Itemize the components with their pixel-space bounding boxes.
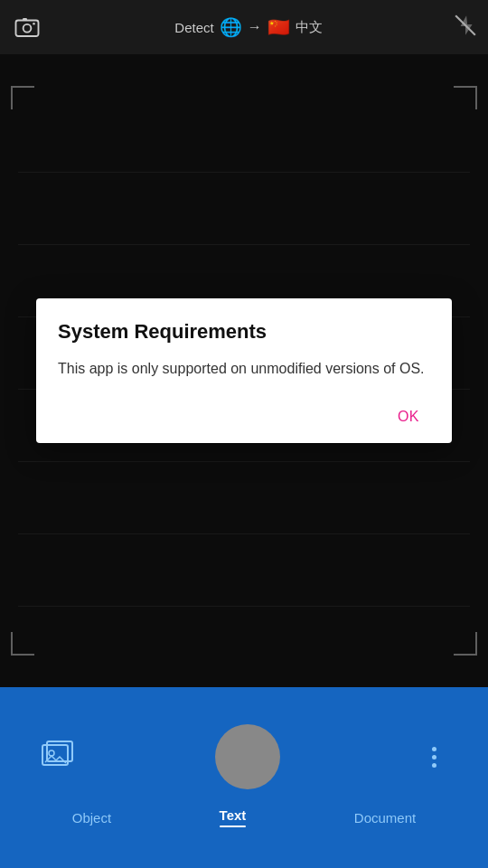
tab-document[interactable]: Document <box>340 807 430 829</box>
dialog-body: This app is only supported on unmodified… <box>58 358 430 380</box>
shutter-button[interactable] <box>215 724 280 789</box>
dialog-title: System Requirements <box>58 320 430 344</box>
globe-icon: 🌐 <box>220 16 242 38</box>
dot-1 <box>432 747 436 751</box>
svg-rect-2 <box>23 18 27 21</box>
tab-text-label: Text <box>220 807 247 823</box>
bottom-bar: Object Text Document <box>0 687 488 868</box>
china-flag-icon: 🇨🇳 <box>267 16 290 38</box>
tab-object[interactable]: Object <box>58 807 126 829</box>
tab-object-label: Object <box>72 810 111 826</box>
top-bar: Detect 🌐 → 🇨🇳 中文 <box>0 0 488 54</box>
top-bar-left <box>11 11 43 43</box>
camera-viewfinder: System Requirements This app is only sup… <box>0 54 488 687</box>
svg-rect-0 <box>16 21 39 37</box>
detect-label: Detect <box>174 20 213 35</box>
dot-2 <box>432 755 436 760</box>
dialog-ok-button[interactable]: OK <box>387 401 430 432</box>
dialog-overlay: System Requirements This app is only sup… <box>0 54 488 687</box>
more-options-button[interactable] <box>416 739 452 775</box>
bottom-tabs: Object Text Document <box>0 804 488 831</box>
svg-point-1 <box>23 24 32 33</box>
tab-text[interactable]: Text <box>205 804 261 831</box>
dot-3 <box>432 763 436 768</box>
top-bar-right <box>454 14 477 41</box>
tab-document-label: Document <box>354 810 416 826</box>
top-bar-center: Detect 🌐 → 🇨🇳 中文 <box>174 16 322 38</box>
dialog-actions: OK <box>58 398 430 432</box>
svg-point-3 <box>33 23 35 25</box>
front-camera-icon[interactable] <box>11 11 43 43</box>
gallery-button[interactable] <box>36 735 80 778</box>
tab-text-underline <box>220 826 247 827</box>
flash-off-icon[interactable] <box>454 14 477 41</box>
system-requirements-dialog: System Requirements This app is only sup… <box>36 298 452 443</box>
arrow-icon: → <box>248 19 262 35</box>
target-lang-label: 中文 <box>296 19 323 36</box>
bottom-controls <box>0 724 488 789</box>
